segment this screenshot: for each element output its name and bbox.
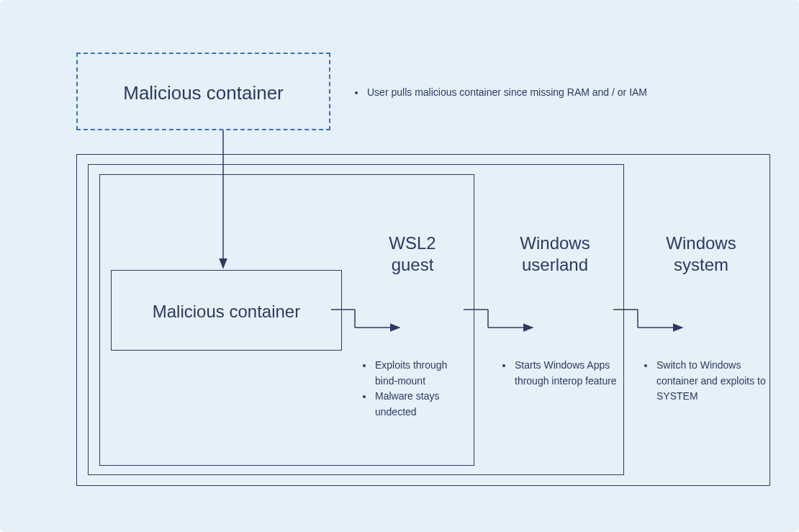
top-bullet-item: User pulls malicious container since mis… <box>366 85 656 101</box>
windows-userland-title-l1: Windows <box>520 233 590 253</box>
userland-bullet-0: Starts Windows Apps through interop feat… <box>513 358 617 389</box>
windows-userland-title: Windows userland <box>494 233 616 276</box>
wsl2-bullet-0: Exploits through bind-mount <box>374 358 470 389</box>
wsl2-bullet-1: Malware stays undected <box>374 389 470 420</box>
windows-system-bullets: Switch to Windows container and exploits… <box>644 358 766 405</box>
wsl2-guest-bullets: Exploits through bind-mount Malware stay… <box>362 358 470 420</box>
windows-system-title: Windows system <box>640 233 762 276</box>
wsl2-guest-title: WSL2 guest <box>362 233 463 276</box>
windows-userland-title-l2: userland <box>522 255 588 274</box>
top-malicious-container-label: Malicious container <box>76 81 330 105</box>
windows-system-title-l2: system <box>674 255 728 274</box>
top-bullets: User pulls malicious container since mis… <box>354 85 656 101</box>
windows-system-title-l1: Windows <box>666 233 736 253</box>
inner-malicious-container-label: Malicious container <box>111 301 342 323</box>
wsl2-guest-title-l1: WSL2 <box>389 233 435 253</box>
diagram-canvas: Malicious container User pulls malicious… <box>0 0 799 532</box>
system-bullet-0: Switch to Windows container and exploits… <box>655 358 766 405</box>
wsl2-guest-title-l2: guest <box>392 255 434 274</box>
windows-userland-bullets: Starts Windows Apps through interop feat… <box>502 358 617 389</box>
